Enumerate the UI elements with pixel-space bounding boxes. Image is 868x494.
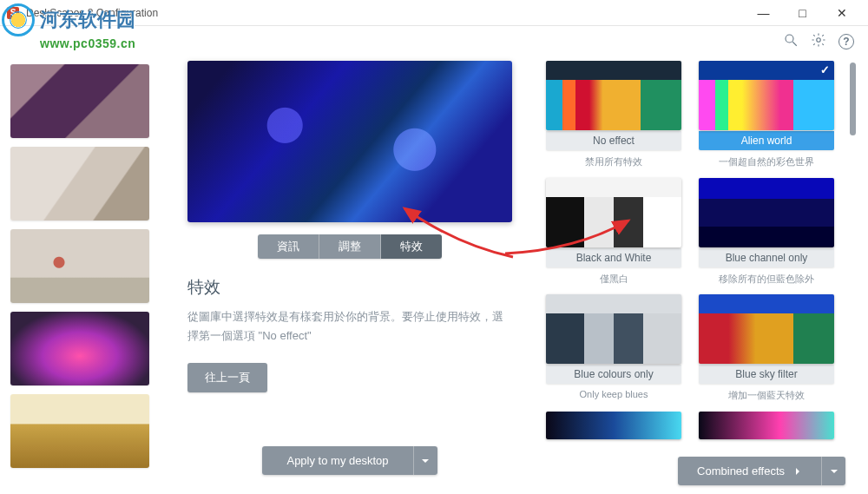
settings-icon[interactable] (811, 32, 826, 51)
effect-thumbnail (699, 294, 834, 364)
effect-card[interactable] (693, 412, 840, 446)
effect-name: No effect (546, 131, 681, 150)
effect-description: Only keep blues (580, 389, 648, 399)
combined-label: Combined effects (697, 464, 785, 478)
effect-card[interactable]: No effect禁用所有特效 (540, 61, 687, 176)
svg-point-0 (786, 35, 793, 43)
effects-panel: No effect禁用所有特效Alien world一個超自然的彩色世界Blac… (536, 57, 868, 494)
effects-grid: No effect禁用所有特效Alien world一個超自然的彩色世界Blac… (540, 61, 861, 448)
effect-thumbnail (546, 412, 681, 439)
window-controls: — □ ✕ (744, 0, 861, 26)
wallpaper-thumb[interactable] (10, 394, 149, 468)
content-area: 資訊 調整 特效 特效 從圖庫中選擇特效是有樣套用於你的背景。要停止使用特效，選… (0, 57, 868, 494)
scrollbar-thumb[interactable] (850, 63, 856, 135)
effect-thumbnail (699, 178, 834, 247)
chevron-right-icon (793, 467, 802, 476)
effect-card[interactable]: Alien world一個超自然的彩色世界 (693, 61, 840, 176)
section-description: 從圖庫中選擇特效是有樣套用於你的背景。要停止使用特效，選擇第一個選項 "No e… (187, 307, 512, 346)
section-heading: 特效 (187, 276, 512, 299)
combined-dropdown-button[interactable] (821, 457, 845, 485)
effect-name: Blue channel only (699, 248, 834, 267)
chevron-down-icon (421, 457, 430, 465)
effect-description: 禁用所有特效 (585, 155, 642, 168)
tab-adjust[interactable]: 調整 (319, 234, 381, 259)
effect-card[interactable]: Black and White僅黑白 (540, 178, 687, 293)
effect-description: 一個超自然的彩色世界 (719, 155, 814, 168)
window-title: DeskScapes 8 Configuration (26, 7, 158, 19)
main-panel: 資訊 調整 特效 特效 從圖庫中選擇特效是有樣套用於你的背景。要停止使用特效，選… (163, 57, 536, 494)
effect-card[interactable] (540, 412, 687, 446)
effect-description: 增加一個藍天特效 (728, 389, 805, 402)
close-button[interactable]: ✕ (822, 0, 861, 26)
tab-effects[interactable]: 特效 (381, 234, 442, 259)
svg-point-2 (817, 38, 821, 43)
search-icon[interactable] (783, 32, 799, 51)
chevron-down-icon (830, 467, 838, 476)
wallpaper-thumb[interactable] (10, 147, 149, 221)
effect-name: Blue colours only (546, 365, 681, 384)
apply-button[interactable]: Apply to my desktop (262, 446, 412, 475)
svg-line-1 (792, 42, 797, 46)
effect-description: 僅黑白 (600, 273, 628, 286)
apply-button-group: Apply to my desktop (262, 446, 437, 475)
wallpaper-thumb[interactable] (10, 64, 149, 138)
effect-card[interactable]: Blue sky filter增加一個藍天特效 (693, 294, 840, 410)
minimize-button[interactable]: — (744, 0, 783, 26)
effect-description: 移除所有的但藍色除外 (719, 273, 814, 286)
top-toolbar: ? (0, 26, 868, 57)
effect-card[interactable]: Blue colours onlyOnly keep blues (540, 294, 687, 410)
combined-button-group: Combined effects (678, 457, 845, 485)
effect-name: Black and White (546, 248, 681, 267)
effect-thumbnail (699, 61, 834, 130)
effect-thumbnail (546, 178, 681, 247)
wallpaper-preview (187, 61, 512, 222)
tab-info[interactable]: 資訊 (258, 234, 319, 259)
effect-thumbnail (699, 412, 834, 439)
wallpaper-thumb[interactable] (10, 312, 149, 385)
effect-name: Blue sky filter (699, 365, 834, 384)
apply-dropdown-button[interactable] (413, 446, 437, 475)
wallpaper-sidebar (0, 57, 163, 494)
wallpaper-thumb[interactable] (10, 229, 149, 303)
app-icon: S (7, 7, 19, 19)
effect-card[interactable]: Blue channel only移除所有的但藍色除外 (693, 178, 840, 293)
effect-name: Alien world (699, 131, 834, 150)
combined-effects-button[interactable]: Combined effects (678, 457, 821, 485)
help-icon[interactable]: ? (838, 34, 854, 49)
effect-thumbnail (546, 294, 681, 364)
tab-bar: 資訊 調整 特效 (258, 234, 442, 259)
title-bar: S DeskScapes 8 Configuration — □ ✕ (0, 0, 868, 26)
back-button[interactable]: 往上一頁 (187, 363, 267, 392)
maximize-button[interactable]: □ (783, 0, 822, 26)
effect-thumbnail (546, 61, 681, 130)
